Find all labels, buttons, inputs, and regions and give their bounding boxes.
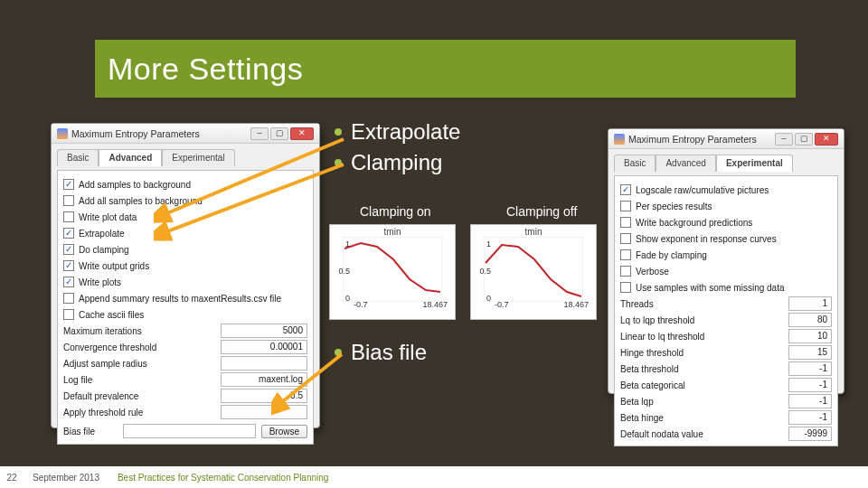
field-input[interactable]: -1 bbox=[788, 394, 832, 408]
checkbox-row: Do clamping bbox=[63, 241, 307, 258]
field-label: Default prevalence bbox=[63, 391, 215, 401]
bullet-text: Bias file bbox=[351, 340, 427, 365]
svg-rect-0 bbox=[343, 237, 442, 302]
footer: 22 September 2013 Best Practices for Sys… bbox=[0, 466, 868, 488]
checkbox[interactable] bbox=[620, 217, 631, 228]
dialog-titlebar[interactable]: Maximum Entropy Parameters – ▢ ✕ bbox=[52, 124, 319, 144]
value-row: Default nodata value-9999 bbox=[620, 426, 832, 442]
minimize-button[interactable]: – bbox=[775, 133, 793, 145]
field-input[interactable]: 0.00001 bbox=[221, 340, 307, 354]
maximize-button[interactable]: ▢ bbox=[795, 133, 813, 145]
checkbox-row: Add all samples to background bbox=[63, 192, 307, 209]
field-input[interactable] bbox=[221, 356, 307, 371]
field-label: Hinge threshold bbox=[620, 348, 783, 358]
checkbox[interactable] bbox=[620, 266, 631, 277]
close-button[interactable]: ✕ bbox=[290, 127, 314, 140]
close-button[interactable]: ✕ bbox=[815, 133, 838, 145]
field-input[interactable]: 10 bbox=[788, 329, 832, 343]
checkbox-label: Show exponent in response curves bbox=[636, 234, 832, 244]
checkbox-row: Fade by clamping bbox=[620, 247, 832, 263]
checkbox-label: Add samples to background bbox=[79, 180, 307, 190]
bias-label: Bias file bbox=[63, 427, 118, 436]
bullet-list-top: Extrapolate Clamping bbox=[335, 119, 460, 181]
checkbox[interactable] bbox=[63, 211, 74, 222]
checkbox[interactable] bbox=[63, 228, 74, 239]
checkbox[interactable] bbox=[620, 282, 631, 293]
java-icon bbox=[57, 128, 68, 139]
checkbox-label: Write output grids bbox=[79, 261, 307, 271]
field-input[interactable]: -1 bbox=[788, 378, 832, 392]
minimize-button[interactable]: – bbox=[250, 127, 269, 140]
checkbox[interactable] bbox=[620, 233, 631, 244]
field-input[interactable]: -9999 bbox=[788, 427, 832, 441]
tab-pane: Logscale raw/cumulative picturesPer spec… bbox=[614, 175, 838, 446]
checkbox[interactable] bbox=[63, 277, 74, 287]
dialog-titlebar[interactable]: Maximum Entropy Parameters – ▢ ✕ bbox=[609, 129, 844, 149]
page-number: 22 bbox=[0, 473, 24, 483]
bias-file-row: Bias fileBrowse bbox=[63, 422, 307, 440]
title-bar: More Settings bbox=[95, 40, 796, 98]
field-label: Beta threshold bbox=[620, 364, 783, 374]
checkbox-row: Write plot data bbox=[63, 209, 307, 225]
field-label: Adjust sample radius bbox=[63, 359, 215, 369]
checkbox-row: Append summary results to maxentResults.… bbox=[63, 290, 307, 306]
tabs: Basic Advanced Experimental bbox=[57, 149, 314, 166]
checkbox-label: Cache ascii files bbox=[79, 310, 307, 320]
field-input[interactable]: 0.5 bbox=[221, 389, 307, 403]
checkbox-label: Add all samples to background bbox=[79, 196, 307, 206]
value-row: Hinge threshold15 bbox=[620, 344, 832, 361]
checkbox-label: Append summary results to maxentResults.… bbox=[79, 294, 307, 304]
value-row: Beta hinge-1 bbox=[620, 409, 832, 426]
checkbox[interactable] bbox=[620, 249, 631, 260]
value-row: Beta categorical-1 bbox=[620, 377, 832, 393]
field-label: Threads bbox=[620, 299, 783, 309]
checkbox[interactable] bbox=[63, 244, 74, 255]
tab-experimental[interactable]: Experimental bbox=[716, 155, 793, 172]
bias-input[interactable] bbox=[123, 424, 256, 438]
field-input[interactable]: maxent.log bbox=[221, 372, 307, 387]
checkbox[interactable] bbox=[620, 184, 631, 195]
bullet-item: Extrapolate bbox=[335, 119, 460, 145]
bullet-text: Clamping bbox=[351, 150, 442, 175]
tab-basic[interactable]: Basic bbox=[57, 149, 99, 166]
tab-experimental[interactable]: Experimental bbox=[162, 149, 234, 166]
field-input[interactable]: -1 bbox=[788, 361, 832, 376]
checkbox[interactable] bbox=[63, 260, 74, 271]
checkbox[interactable] bbox=[63, 309, 74, 320]
maximize-button[interactable]: ▢ bbox=[270, 127, 288, 140]
checkbox-label: Verbose bbox=[636, 267, 832, 277]
field-label: Beta categorical bbox=[620, 380, 783, 390]
field-label: Default nodata value bbox=[620, 429, 783, 439]
bullet-list-bottom: Bias file bbox=[335, 340, 427, 365]
checkbox[interactable] bbox=[63, 293, 74, 304]
field-input[interactable] bbox=[221, 405, 307, 419]
field-input[interactable]: 5000 bbox=[221, 324, 307, 338]
tab-advanced[interactable]: Advanced bbox=[99, 149, 162, 166]
value-row: Adjust sample radius bbox=[63, 355, 307, 371]
value-row: Threads1 bbox=[620, 296, 832, 312]
chart-label-off: Clamping off bbox=[506, 204, 577, 219]
footer-text: Best Practices for Systematic Conservati… bbox=[108, 473, 337, 483]
value-row: Linear to lq threshold10 bbox=[620, 328, 832, 344]
browse-button[interactable]: Browse bbox=[261, 425, 307, 438]
bullet-item: Clamping bbox=[335, 150, 460, 175]
field-input[interactable]: 15 bbox=[788, 345, 832, 360]
chart-title: tmin bbox=[330, 227, 455, 237]
bullet-dot-icon bbox=[335, 128, 342, 136]
value-row: Apply threshold rule bbox=[63, 404, 307, 420]
field-input[interactable]: 1 bbox=[788, 296, 832, 311]
chart-svg bbox=[484, 237, 583, 302]
chart-yticks: 1 0.5 0 bbox=[475, 239, 491, 303]
field-input[interactable]: 80 bbox=[788, 313, 832, 327]
checkbox-row: Logscale raw/cumulative pictures bbox=[620, 182, 832, 198]
tab-advanced[interactable]: Advanced bbox=[656, 155, 715, 172]
tab-basic[interactable]: Basic bbox=[614, 155, 656, 172]
checkbox[interactable] bbox=[63, 179, 74, 190]
field-label: Maximum iterations bbox=[63, 326, 215, 336]
window-buttons: – ▢ ✕ bbox=[250, 127, 314, 140]
field-input[interactable]: -1 bbox=[788, 410, 832, 425]
checkbox-label: Write plots bbox=[79, 277, 307, 287]
checkbox[interactable] bbox=[620, 201, 631, 211]
footer-date: September 2013 bbox=[24, 473, 108, 483]
checkbox[interactable] bbox=[63, 195, 74, 206]
